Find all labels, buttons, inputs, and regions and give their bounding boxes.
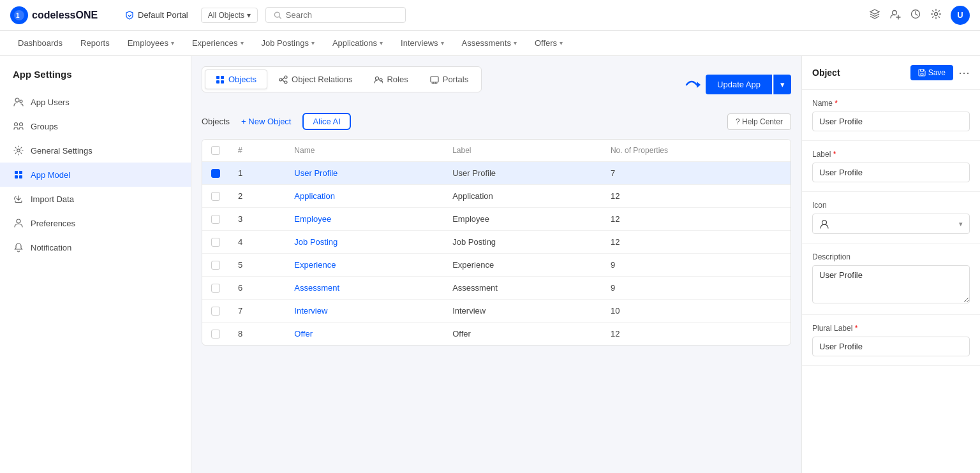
field-group-plural-label: Plural Label * xyxy=(802,315,980,366)
all-objects-button[interactable]: All Objects ▾ xyxy=(201,8,258,23)
nav-item-interviews[interactable]: Interviews▾ xyxy=(393,33,452,53)
update-app-button[interactable]: Update App xyxy=(706,75,772,94)
objects-table-container: # Name Label No. of Properties 1 User Pr… xyxy=(202,139,791,346)
row-name-link-5[interactable]: Assessment xyxy=(294,283,339,293)
row-name-2[interactable]: Employee xyxy=(285,208,443,231)
row-checkbox-3[interactable] xyxy=(211,238,220,247)
table-row[interactable]: 1 User Profile User Profile 7 xyxy=(202,162,791,185)
svg-rect-25 xyxy=(431,76,438,82)
portal-button[interactable]: Default Portal xyxy=(120,8,193,22)
logo: 1 codelessONE xyxy=(10,6,112,24)
svg-rect-14 xyxy=(19,175,22,178)
row-name-link-7[interactable]: Offer xyxy=(294,329,313,338)
svg-point-6 xyxy=(15,98,19,102)
alice-ai-button[interactable]: Alice AI xyxy=(302,113,350,130)
avatar[interactable]: U xyxy=(951,6,970,25)
row-name-link-1[interactable]: Application xyxy=(294,191,335,201)
update-app-label: Update App xyxy=(717,80,761,89)
svg-point-22 xyxy=(285,81,287,84)
nav-item-assessments[interactable]: Assessments▾ xyxy=(454,33,524,53)
row-properties-6: 10 xyxy=(602,300,791,323)
user-add-icon[interactable] xyxy=(889,8,901,22)
name-field-input[interactable] xyxy=(812,112,970,131)
sidebar-item-notification[interactable]: Notification xyxy=(0,235,191,259)
tab-object-relations[interactable]: Object Relations xyxy=(269,70,362,89)
field-group-icon: Icon ▾ xyxy=(802,192,980,244)
tab-header-row: Objects Object Relations Roles Portals xyxy=(202,66,791,103)
row-name-link-0[interactable]: User Profile xyxy=(294,168,338,178)
header-checkbox[interactable] xyxy=(211,146,220,155)
sidebar-item-groups[interactable]: Groups xyxy=(0,114,191,138)
row-name-link-4[interactable]: Experience xyxy=(294,260,336,270)
new-object-button[interactable]: + New Object xyxy=(236,114,296,129)
row-checkbox-7[interactable] xyxy=(211,330,220,338)
plural-label-field-input[interactable] xyxy=(812,337,970,356)
row-name-1[interactable]: Application xyxy=(285,185,443,208)
row-name-6[interactable]: Interview xyxy=(285,300,443,323)
nav-item-employees[interactable]: Employees▾ xyxy=(120,33,182,53)
row-name-7[interactable]: Offer xyxy=(285,323,443,346)
table-row[interactable]: 4 Job Posting Job Posting 12 xyxy=(202,231,791,254)
icon-chevron: ▾ xyxy=(959,220,963,228)
table-row[interactable]: 2 Application Application 12 xyxy=(202,185,791,208)
layers-icon[interactable] xyxy=(869,8,880,22)
tab-portals[interactable]: Portals xyxy=(420,70,479,89)
general-settings-icon xyxy=(13,145,24,156)
table-row[interactable]: 7 Interview Interview 10 xyxy=(202,300,791,323)
sidebar-item-app-users[interactable]: App Users xyxy=(0,90,191,114)
row-name-4[interactable]: Experience xyxy=(285,254,443,277)
nav-item-experiences[interactable]: Experiences▾ xyxy=(184,33,251,53)
table-row[interactable]: 5 Experience Experience 9 xyxy=(202,254,791,277)
update-app-split-button[interactable]: ▾ xyxy=(773,75,791,94)
row-checkbox-cell xyxy=(202,231,229,254)
icon-select-button[interactable]: ▾ xyxy=(812,214,970,234)
search-input[interactable] xyxy=(286,10,397,20)
icon-field-label: Icon xyxy=(812,201,970,210)
nav-item-dashboards[interactable]: Dashboards xyxy=(10,33,70,53)
row-checkbox-0[interactable] xyxy=(211,169,220,178)
nav-item-applications[interactable]: Applications▾ xyxy=(325,33,390,53)
objects-section-label: Objects xyxy=(202,117,230,126)
history-icon[interactable] xyxy=(910,8,921,22)
sidebar-item-import-data[interactable]: Import Data xyxy=(0,187,191,211)
table-row[interactable]: 6 Assessment Assessment 9 xyxy=(202,277,791,300)
label-field-input[interactable] xyxy=(812,163,970,182)
help-center-button[interactable]: ? Help Center xyxy=(727,113,791,130)
more-options-button[interactable]: ⋯ xyxy=(958,66,970,80)
row-name-link-6[interactable]: Interview xyxy=(294,306,327,316)
row-checkbox-6[interactable] xyxy=(211,307,220,316)
sidebar-title: App Settings xyxy=(0,69,191,90)
row-checkbox-5[interactable] xyxy=(211,284,220,293)
col-num: # xyxy=(229,140,285,162)
row-name-5[interactable]: Assessment xyxy=(285,277,443,300)
sidebar-item-app-model[interactable]: App Model xyxy=(0,163,191,187)
right-panel-title: Object xyxy=(812,68,840,78)
table-row[interactable]: 3 Employee Employee 12 xyxy=(202,208,791,231)
tab-objects[interactable]: Objects xyxy=(205,69,267,89)
row-name-link-2[interactable]: Employee xyxy=(294,214,331,224)
nav-item-job-postings[interactable]: Job Postings▾ xyxy=(254,33,322,53)
objects-tab-icon xyxy=(216,75,225,84)
nav-item-reports[interactable]: Reports xyxy=(73,33,117,53)
roles-tab-icon xyxy=(374,75,383,84)
row-checkbox-4[interactable] xyxy=(211,261,220,270)
settings-icon[interactable] xyxy=(930,8,942,22)
sidebar-item-general-settings[interactable]: General Settings xyxy=(0,138,191,163)
row-name-0[interactable]: User Profile xyxy=(285,162,443,185)
sidebar-item-preferences[interactable]: Preferences xyxy=(0,211,191,235)
main-layout: App Settings App Users Groups General Se… xyxy=(0,56,980,473)
row-name-link-3[interactable]: Job Posting xyxy=(294,237,338,247)
row-num-1: 2 xyxy=(229,185,285,208)
save-button[interactable]: Save xyxy=(910,65,953,80)
nav-item-offers[interactable]: Offers▾ xyxy=(527,33,570,53)
row-checkbox-1[interactable] xyxy=(211,192,220,201)
tab-roles[interactable]: Roles xyxy=(364,70,418,89)
description-field-input[interactable]: User Profile xyxy=(812,265,970,303)
search-bar[interactable] xyxy=(265,7,406,23)
svg-rect-13 xyxy=(15,175,18,178)
row-checkbox-2[interactable] xyxy=(211,215,220,224)
row-name-3[interactable]: Job Posting xyxy=(285,231,443,254)
svg-rect-19 xyxy=(221,80,224,84)
table-row[interactable]: 8 Offer Offer 12 xyxy=(202,323,791,346)
row-properties-5: 9 xyxy=(602,277,791,300)
